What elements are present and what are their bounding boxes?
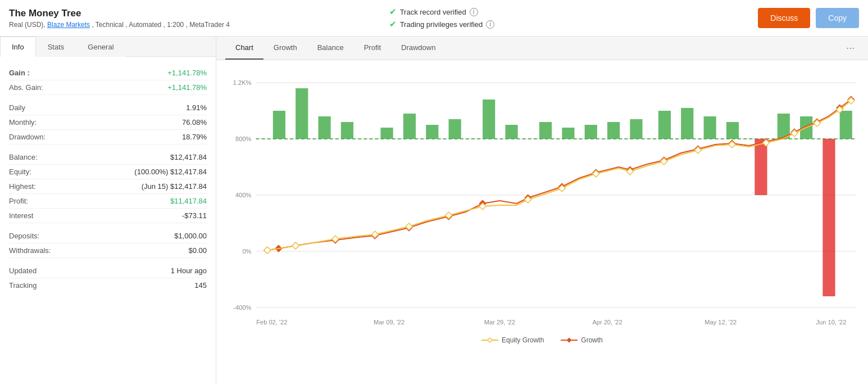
info-row-deposits: Deposits: $1,000.00 xyxy=(9,229,207,243)
info-row-abs-gain: Abs. Gain: +1,141.78% xyxy=(9,80,207,95)
svg-rect-22 xyxy=(562,128,574,139)
svg-rect-13 xyxy=(319,116,331,139)
info-row-withdrawals: Withdrawals: $0.00 xyxy=(9,243,207,258)
svg-rect-15 xyxy=(380,128,393,139)
tab-info[interactable]: Info xyxy=(0,37,36,57)
discuss-button[interactable]: Discuss xyxy=(758,8,810,28)
svg-rect-14 xyxy=(341,122,353,139)
info-icon-2[interactable]: i xyxy=(486,20,494,29)
svg-rect-12 xyxy=(296,88,308,139)
svg-rect-18 xyxy=(449,119,461,139)
svg-marker-81 xyxy=(488,338,492,342)
svg-text:400%: 400% xyxy=(235,192,252,198)
svg-marker-83 xyxy=(567,338,571,342)
track-record-verified: ✔ Track record verified i xyxy=(389,7,758,17)
info-row-daily: Daily 1.91% xyxy=(9,101,207,115)
svg-text:-400%: -400% xyxy=(233,304,251,311)
svg-rect-25 xyxy=(630,119,642,139)
chart-tabs: Chart Growth Balance Profit Drawdown ··· xyxy=(216,37,868,60)
info-row-highest: Highest: (Jun 15) $12,417.84 xyxy=(9,179,207,194)
svg-text:Apr 20, '22: Apr 20, '22 xyxy=(592,319,622,326)
chart-svg: 1.2K% 800% 400% 0% -400% xyxy=(222,66,862,330)
info-row-profit: Profit: $11,417.84 xyxy=(9,194,207,209)
svg-text:Jun 10, '22: Jun 10, '22 xyxy=(816,319,847,326)
left-tabs: Info Stats General xyxy=(0,37,216,57)
chart-area: 1.2K% 800% 400% 0% -400% xyxy=(216,60,868,384)
svg-rect-21 xyxy=(539,122,552,139)
svg-text:800%: 800% xyxy=(235,135,252,142)
chart-tab-growth[interactable]: Growth xyxy=(263,37,307,60)
svg-rect-23 xyxy=(585,125,597,139)
info-row-drawdown: Drawdown: 18.79% xyxy=(9,130,207,144)
legend-equity-growth: Equity Growth xyxy=(481,336,544,344)
svg-rect-29 xyxy=(726,122,739,139)
svg-marker-56 xyxy=(292,242,299,249)
account-subtitle: Real (USD), Blaze Markets , Technical , … xyxy=(9,21,378,29)
info-panel: Gain : +1,141.78% Abs. Gain: +1,141.78% … xyxy=(0,57,216,301)
svg-text:Mar 29, '22: Mar 29, '22 xyxy=(484,319,515,326)
svg-text:Mar 09, '22: Mar 09, '22 xyxy=(374,319,405,326)
svg-text:1.2K%: 1.2K% xyxy=(233,79,252,86)
svg-rect-11 xyxy=(273,111,285,139)
svg-rect-34 xyxy=(840,111,852,139)
chart-tab-profit[interactable]: Profit xyxy=(354,37,391,60)
info-row-monthly: Monthly: 76.08% xyxy=(9,115,207,130)
chart-tab-drawdown[interactable]: Drawdown xyxy=(391,37,446,60)
info-row-interest: Interest -$73.11 xyxy=(9,209,207,223)
chart-more-button[interactable]: ··· xyxy=(842,38,859,58)
info-icon-1[interactable]: i xyxy=(470,8,478,16)
tab-stats[interactable]: Stats xyxy=(36,37,76,57)
info-row-gain: Gain : +1,141.78% xyxy=(9,66,207,80)
chart-tab-chart[interactable]: Chart xyxy=(225,37,263,60)
svg-rect-33 xyxy=(822,139,835,296)
chart-legend: Equity Growth Growth xyxy=(222,332,862,347)
tab-general[interactable]: General xyxy=(76,37,125,57)
svg-text:0%: 0% xyxy=(242,248,251,255)
svg-text:Feb 02, '22: Feb 02, '22 xyxy=(256,319,287,326)
svg-rect-27 xyxy=(681,108,693,139)
check-icon-2: ✔ xyxy=(389,19,397,29)
info-row-balance: Balance: $12,417.84 xyxy=(9,150,207,165)
info-row-updated: Updated 1 Hour ago xyxy=(9,264,207,278)
legend-growth: Growth xyxy=(561,336,603,344)
check-icon-1: ✔ xyxy=(389,7,397,17)
svg-rect-16 xyxy=(403,114,416,139)
chart-tab-balance[interactable]: Balance xyxy=(307,37,354,60)
broker-link[interactable]: Blaze Markets xyxy=(47,21,90,29)
info-row-tracking: Tracking 145 xyxy=(9,278,207,292)
info-row-equity: Equity: (100.00%) $12,417.84 xyxy=(9,165,207,179)
svg-rect-17 xyxy=(426,125,438,139)
page-title: The Money Tree xyxy=(9,8,378,19)
svg-marker-55 xyxy=(264,247,271,254)
svg-rect-24 xyxy=(607,122,620,139)
trading-privileges-verified: ✔ Trading privileges verified i xyxy=(389,19,758,29)
svg-text:May 12, '22: May 12, '22 xyxy=(705,319,737,326)
svg-rect-30 xyxy=(755,139,767,195)
svg-rect-28 xyxy=(704,116,716,139)
svg-rect-20 xyxy=(505,125,517,139)
svg-rect-19 xyxy=(483,100,495,139)
svg-rect-26 xyxy=(658,111,671,139)
copy-button[interactable]: Copy xyxy=(816,8,859,28)
